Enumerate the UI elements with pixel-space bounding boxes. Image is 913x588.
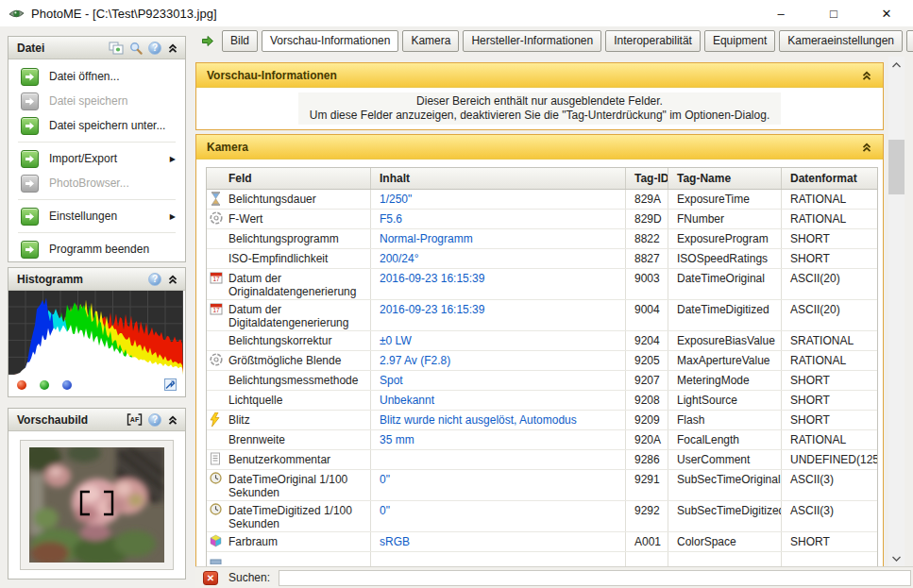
table-row[interactable]: BlitzBlitz wurde nicht ausgelöst, Automo…: [207, 411, 877, 430]
section-preview-info-header[interactable]: Vorschau-Informationen: [196, 63, 883, 88]
help-icon[interactable]: ?: [148, 413, 161, 427]
table-row[interactable]: LichtquelleUnbekannt9208LightSourceSHORT: [207, 391, 877, 411]
column-header-tag-name[interactable]: Tag-Name: [668, 168, 782, 189]
table-row[interactable]: BelichtungsmessmethodeSpot9207MeteringMo…: [207, 371, 877, 391]
column-header-tag-id[interactable]: Tag-ID: [626, 168, 668, 189]
image-icon: [210, 559, 222, 564]
tab-interoperabilit-t[interactable]: Interoperabilität: [605, 30, 701, 52]
menu-item-label: Import/Export: [49, 152, 117, 165]
minimize-button[interactable]: –: [754, 0, 807, 26]
data-format: RATIONAL: [782, 351, 877, 370]
tab-mehr[interactable]: Mehr...: [906, 30, 913, 52]
menu-item-datei-speichern: Datei speichern: [8, 89, 185, 113]
preview-frame: [20, 440, 174, 570]
help-icon[interactable]: ?: [148, 42, 161, 55]
table-row[interactable]: 17Datum der Digitaldatengenerierung2016-…: [207, 300, 877, 331]
collapse-chevron-icon[interactable]: [167, 414, 178, 426]
column-header-datenformat[interactable]: Datenformat: [782, 168, 877, 189]
table-row[interactable]: F-WertF5.6829DFNumberRATIONAL: [207, 210, 877, 229]
field-name: Blitz: [228, 411, 371, 429]
tag-id: 9291: [626, 470, 668, 500]
tab-equipment[interactable]: Equipment: [704, 30, 775, 52]
section-camera-header[interactable]: Kamera: [196, 135, 883, 160]
menu-item-einstellungen[interactable]: Einstellungen▶: [8, 204, 185, 228]
tab-hersteller-informationen[interactable]: Hersteller-Informationen: [463, 30, 601, 52]
search-icon[interactable]: [129, 42, 143, 55]
menu-item-programm-beenden[interactable]: Programm beenden: [8, 237, 185, 261]
menu-item-label: Einstellungen: [49, 210, 117, 223]
tag-id: 9292: [626, 501, 668, 531]
preview-body: [8, 431, 185, 579]
table-row[interactable]: BelichtungsprogrammNormal-Programm8822Ex…: [207, 229, 877, 249]
field-name: ISO-Empfindlichkeit: [228, 249, 371, 268]
field-value: Blitz wurde nicht ausgelöst, Automodus: [371, 411, 626, 429]
arrow-icon: [21, 241, 39, 259]
field-icon-cell: [207, 411, 228, 429]
preview-image[interactable]: [29, 447, 164, 563]
table-row[interactable]: ISO-Empfindlichkeit200/24°8827ISOSpeedRa…: [207, 249, 877, 269]
menu-item-datei-speichern-unter[interactable]: Datei speichern unter...: [8, 113, 185, 138]
table-row[interactable]: Benutzerkommentar9286UserCommentUNDEFINE…: [207, 450, 877, 470]
menu-item-datei-ffnen[interactable]: Datei öffnen...: [8, 64, 185, 89]
field-name: Datum der Originaldatengenerierung: [228, 269, 371, 299]
menu-separator: [18, 142, 176, 143]
vertical-scrollbar[interactable]: [888, 57, 905, 566]
menu-item-label: PhotoBrowser...: [49, 176, 129, 190]
field-icon-cell: [207, 371, 228, 390]
scrollbar-thumb[interactable]: [888, 140, 905, 194]
calendar-icon: 17: [210, 302, 223, 315]
field-icon-cell: [207, 470, 228, 500]
tag-id: 9004: [626, 300, 668, 330]
af-frame-icon[interactable]: AF: [127, 413, 143, 426]
data-format: ASCII(3): [782, 501, 877, 531]
table-row[interactable]: Belichtungsdauer1/250"829AExposureTimeRA…: [207, 190, 877, 210]
svg-text:17: 17: [212, 307, 220, 313]
tab-kamera[interactable]: Kamera: [402, 30, 459, 52]
green-arrow-icon[interactable]: [201, 35, 214, 47]
table-row[interactable]: Brennweite35 mm920AFocalLengthRATIONAL: [207, 430, 877, 450]
field-name: Brennweite: [228, 430, 371, 449]
scroll-up-icon[interactable]: [888, 57, 905, 73]
collapse-chevron-icon[interactable]: [861, 70, 872, 81]
field-name: Lichtquelle: [228, 391, 371, 410]
table-row[interactable]: Größtmögliche Blende2.97 Av (F2.8)9205Ma…: [207, 351, 877, 371]
close-button[interactable]: ✕: [860, 0, 913, 26]
field-icon-cell: [207, 351, 228, 370]
tag-id: 9205: [626, 351, 668, 370]
menu-item-import-export[interactable]: Import/Export▶: [8, 146, 185, 171]
close-search-button[interactable]: ✕: [203, 571, 218, 585]
blue-channel-toggle[interactable]: [62, 380, 72, 390]
preview-panel: Vorschaubild AF ?: [8, 408, 186, 580]
collapse-chevron-icon[interactable]: [861, 142, 872, 153]
field-icon-cell: [207, 430, 228, 449]
table-row[interactable]: FarbraumsRGBA001ColorSpaceSHORT: [207, 532, 877, 552]
search-input[interactable]: [279, 570, 911, 586]
table-row[interactable]: DateTimeOriginal 1/100 Sekunden0"9291Sub…: [207, 470, 877, 501]
images-icon[interactable]: [109, 42, 124, 55]
scroll-down-icon[interactable]: [888, 550, 905, 566]
collapse-chevron-icon[interactable]: [167, 274, 178, 285]
tab-kameraeinstellungen[interactable]: Kameraeinstellungen: [779, 30, 903, 52]
column-header-feld[interactable]: Feld: [207, 168, 371, 189]
tab-bild[interactable]: Bild: [222, 30, 258, 52]
red-channel-toggle[interactable]: [17, 380, 26, 390]
scale-toggle-icon[interactable]: [164, 378, 177, 391]
search-label: Suchen:: [228, 571, 270, 584]
maximize-button[interactable]: □: [807, 0, 860, 26]
field-name: DateTimeDigitized 1/100 Sekunden: [228, 501, 371, 531]
table-row[interactable]: DateTimeDigitized 1/100 Sekunden0"9292Su…: [207, 501, 877, 532]
table-row[interactable]: 17Datum der Originaldatengenerierung2016…: [207, 269, 877, 300]
help-icon[interactable]: ?: [148, 273, 161, 286]
field-value: F5.6: [371, 210, 626, 228]
collapse-chevron-icon[interactable]: [167, 42, 178, 54]
field-value: Spot: [371, 371, 626, 390]
table-row[interactable]: Belichtungskorrektur±0 LW9204ExposureBia…: [207, 331, 877, 351]
data-format: SHORT: [782, 391, 877, 410]
submenu-caret-icon: ▶: [170, 212, 176, 221]
tab-vorschau-informationen[interactable]: Vorschau-Informationen: [262, 30, 398, 52]
file-panel-title: Datei: [17, 42, 109, 55]
histogram-footer: [8, 375, 185, 395]
tag-name: MaxApertureValue: [668, 351, 782, 370]
green-channel-toggle[interactable]: [40, 380, 49, 390]
column-header-inhalt[interactable]: Inhalt: [371, 168, 626, 189]
